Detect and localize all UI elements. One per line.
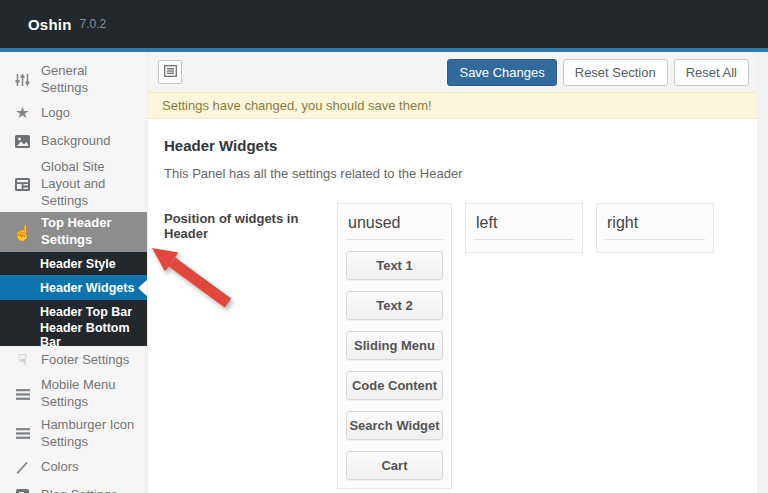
sidebar-item-footer-settings[interactable]: ☟ Footer Settings <box>0 346 147 374</box>
layout-icon <box>14 178 31 191</box>
sidebar-item-header-style[interactable]: Header Style <box>0 252 147 275</box>
document-icon <box>14 489 31 493</box>
widget-chip-code-content[interactable]: Code Content <box>346 371 443 400</box>
panel-toolbar: Save Changes Reset Section Reset All <box>148 52 757 92</box>
widget-columns: unused Text 1 Text 2 Sliding Menu Code C… <box>337 203 714 489</box>
sidebar-item-header-widgets[interactable]: Header Widgets <box>0 275 147 300</box>
sidebar-item-mobile-menu-settings[interactable]: Mobile Menu Settings <box>0 374 147 414</box>
sidebar-item-logo[interactable]: ★ Logo <box>0 100 147 128</box>
sidebar-item-label: Hamburger Icon Settings <box>41 417 137 451</box>
sidebar-item-blog-settings[interactable]: Blog Settings <box>0 482 147 493</box>
sidebar-item-label: Top Header Settings <box>41 215 137 249</box>
widget-chip-text2[interactable]: Text 2 <box>346 291 443 320</box>
theme-panel-header: Oshin 7.0.2 <box>0 0 768 52</box>
sidebar-item-label: Colors <box>41 459 79 476</box>
star-icon: ★ <box>14 103 31 124</box>
section-content: Header Widgets This Panel has all the se… <box>148 119 757 493</box>
sidebar-item-label: Header Top Bar <box>40 305 132 319</box>
settings-panel: Save Changes Reset Section Reset All Set… <box>148 52 757 493</box>
settings-sidebar: General Settings ★ Logo Background Globa… <box>0 52 148 493</box>
menu-icon <box>14 428 31 439</box>
sidebar-item-label: Header Widgets <box>40 281 134 295</box>
column-title: unused <box>346 212 443 240</box>
sidebar-item-label: Logo <box>41 105 70 122</box>
unsaved-changes-notice: Settings have changed, you should save t… <box>148 92 757 119</box>
sidebar-item-label: Mobile Menu Settings <box>41 377 137 411</box>
panel-expand-icon <box>164 63 177 81</box>
sidebar-item-label: Blog Settings <box>41 487 118 493</box>
field-label: Position of widgets in Header <box>162 203 337 489</box>
sidebar-item-label: Global Site Layout and Settings <box>41 159 137 210</box>
sidebar-item-background[interactable]: Background <box>0 128 147 156</box>
widget-chip-text1[interactable]: Text 1 <box>346 251 443 280</box>
sidebar-item-top-header-settings[interactable]: ☝ Top Header Settings <box>0 212 147 252</box>
widget-column-left[interactable]: left <box>465 203 583 253</box>
top-header-settings-submenu: Header Style Header Widgets Header Top B… <box>0 252 147 346</box>
sidebar-item-label: General Settings <box>41 63 137 97</box>
toolbar-actions: Save Changes Reset Section Reset All <box>447 59 749 86</box>
theme-version: 7.0.2 <box>80 17 107 31</box>
reset-all-button[interactable]: Reset All <box>674 59 749 86</box>
hand-down-icon: ☟ <box>14 350 31 370</box>
expand-options-button[interactable] <box>158 60 182 84</box>
widget-chip-cart[interactable]: Cart <box>346 451 443 480</box>
hand-up-icon: ☝ <box>14 223 31 243</box>
column-title: right <box>605 212 705 240</box>
sidebar-item-label: Header Bottom Bar <box>40 321 147 349</box>
sidebar-item-colors[interactable]: Colors <box>0 454 147 482</box>
active-item-notch <box>138 280 147 296</box>
reset-section-button[interactable]: Reset Section <box>563 59 668 86</box>
section-title: Header Widgets <box>164 137 743 154</box>
widget-chip-search-widget[interactable]: Search Widget <box>346 411 443 440</box>
widget-column-unused[interactable]: unused Text 1 Text 2 Sliding Menu Code C… <box>337 203 452 489</box>
widgets-position-field: Position of widgets in Header unused Tex… <box>162 203 743 489</box>
sliders-icon <box>14 73 31 87</box>
sidebar-item-label: Background <box>41 133 110 150</box>
pencil-icon <box>14 461 31 474</box>
column-title: left <box>474 212 574 240</box>
image-icon <box>14 135 31 148</box>
widget-chip-sliding-menu[interactable]: Sliding Menu <box>346 331 443 360</box>
sidebar-item-header-bottom-bar[interactable]: Header Bottom Bar <box>0 323 147 346</box>
theme-name: Oshin <box>28 16 72 33</box>
menu-icon <box>14 389 31 400</box>
sidebar-item-label: Footer Settings <box>41 352 129 369</box>
sidebar-item-label: Header Style <box>40 257 116 271</box>
sidebar-item-global-site-layout[interactable]: Global Site Layout and Settings <box>0 156 147 213</box>
sidebar-item-hamburger-icon-settings[interactable]: Hamburger Icon Settings <box>0 414 147 454</box>
section-description: This Panel has all the settings related … <box>164 166 743 181</box>
save-changes-button[interactable]: Save Changes <box>447 59 556 86</box>
widget-column-right[interactable]: right <box>596 203 714 253</box>
sidebar-item-general-settings[interactable]: General Settings <box>0 60 147 100</box>
